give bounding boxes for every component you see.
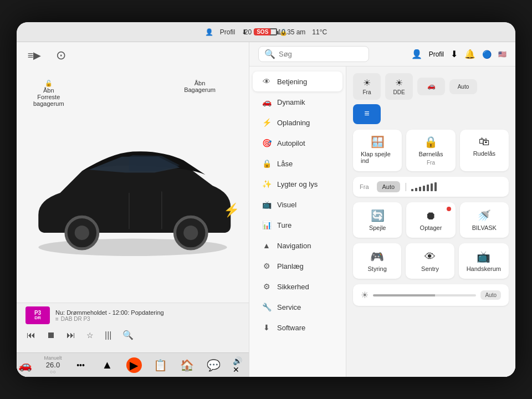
nav-item-opladning[interactable]: ⚡ Opladning <box>253 112 342 132</box>
light-car-btn[interactable]: 🚗 <box>417 78 445 95</box>
profile-label[interactable]: Profil <box>220 28 235 36</box>
front-trunk-label[interactable]: 🔓 ÅbnForrestebagagerum <box>33 80 64 107</box>
navigation-nav-icon: ▲ <box>262 241 272 250</box>
rear-trunk-label[interactable]: ÅbnBagagerum <box>184 80 216 93</box>
car-area: 🔓 ÅbnForrestebagagerum ÅbnBagagerum <box>17 69 249 303</box>
fan-dot-2 <box>415 188 417 191</box>
nav-item-visuel[interactable]: 📺 Visuel <box>253 195 342 214</box>
window-lock-card[interactable]: 🛍 Rudelås <box>460 130 509 171</box>
fan-dot-3 <box>419 187 421 191</box>
nav-item-dynamik[interactable]: 🚗 Dynamik <box>253 92 342 112</box>
nav-item-sikkerhed[interactable]: ⚙ Sikkerhed <box>253 277 342 296</box>
profile-label-search[interactable]: Profil <box>429 50 444 58</box>
car-taskbar-icon[interactable]: 🚗 <box>17 357 33 373</box>
visuel-label: Visuel <box>277 201 296 209</box>
bell-icon[interactable]: 🔔 <box>464 49 475 59</box>
glovebox-icon: 📺 <box>477 250 490 263</box>
manual-label: Manuelt <box>44 355 62 361</box>
taskbar: 🚗 Manuelt 26.0 ○○ ••• ▲ ▶ 📋 🏠 💬 🔊✕ <box>17 352 249 377</box>
nav-item-service[interactable]: 🔧 Service <box>253 297 342 317</box>
auto-badge[interactable]: Auto <box>480 290 501 300</box>
media-icon2[interactable]: 📋 <box>153 357 168 373</box>
nav-item-ture[interactable]: 📊 Ture <box>253 215 342 235</box>
bt-icon[interactable]: 🔵 <box>482 50 492 59</box>
light-auto-label: Auto <box>458 84 469 90</box>
media-text-block: Nu: Drømmeholdet - 12:00: Popdatering ≡ … <box>55 309 164 322</box>
mirrors-icon: 🔄 <box>371 209 385 222</box>
recorder-label: Optager <box>420 224 442 231</box>
service-icon: 🔧 <box>262 303 272 311</box>
planlaeg-icon: ⚙ <box>262 262 272 270</box>
child-lock-icon: 🔒 <box>424 135 438 149</box>
fold-mirrors-card[interactable]: 🪟 Klap spejle ind <box>353 130 402 171</box>
light-auto-btn[interactable]: Auto <box>449 79 477 94</box>
media-info: P3 DR Nu: Drømmeholdet - 12:00: Popdater… <box>25 306 240 324</box>
brightness-row: ☀ Auto <box>353 284 509 306</box>
glovebox-card[interactable]: 📺 Handskerum <box>459 243 509 279</box>
fan-dot-5 <box>427 185 429 191</box>
search-icons: 👤 Profil ⬇ 🔔 🔵 🇺🇸 <box>411 49 507 59</box>
source-icon: ≡ <box>55 316 59 322</box>
equalizer-button[interactable]: ||| <box>104 329 112 341</box>
tire-icon[interactable]: ⊙ <box>52 47 70 64</box>
brightness-icon: ☀ <box>361 290 369 300</box>
car-panel-icons: ≡▶ ⊙ <box>17 42 249 69</box>
light-dde-icon: ☀ <box>395 78 403 88</box>
nav-item-laase[interactable]: 🔒 Låse <box>253 154 342 173</box>
recorder-card[interactable]: ⏺ Optager <box>406 202 455 238</box>
next-button[interactable]: ⏭ <box>65 329 76 341</box>
prev-button[interactable]: ⏮ <box>25 329 37 341</box>
light-fra-btn[interactable]: ☀ Fra <box>353 73 381 100</box>
light-car-icon: 🚗 <box>427 82 436 90</box>
nav-item-betjening[interactable]: 👁 Betjening <box>253 71 342 91</box>
steering-card[interactable]: 🎮 Styring <box>353 243 401 279</box>
fan-divider: | <box>405 182 407 192</box>
media-controls: ⏮ ⏹ ⏭ ☆ ||| 🔍 <box>25 329 240 341</box>
sikkerhed-icon: ⚙ <box>262 282 272 291</box>
playlist-icon[interactable]: ≡▶ <box>25 47 43 64</box>
carwash-card[interactable]: 🚿 BILVASK <box>460 202 509 238</box>
sentry-label: Sentry <box>421 265 439 272</box>
svg-text:⚡: ⚡ <box>223 202 240 218</box>
source-label: DAB DR P3 <box>61 316 90 322</box>
mirrors-card[interactable]: 🔄 Spejle <box>353 202 402 238</box>
search-media-button[interactable]: 🔍 <box>121 329 135 341</box>
svg-point-2 <box>75 226 89 240</box>
music-icon[interactable]: ▶ <box>126 357 142 373</box>
front-trunk-text: ÅbnForrestebagagerum <box>33 87 64 107</box>
fan-auto-btn[interactable]: Auto <box>377 181 401 192</box>
search-bar: 🔍 👤 Profil ⬇ 🔔 🔵 🇺🇸 <box>249 42 515 66</box>
child-lock-label: Børnelås <box>418 151 443 157</box>
media-bar: P3 DR Nu: Drømmeholdet - 12:00: Popdater… <box>17 303 249 352</box>
search-input[interactable] <box>279 50 345 58</box>
sentry-card[interactable]: 👁 Sentry <box>406 243 454 279</box>
light-beam-btn[interactable]: ≡ <box>353 104 381 124</box>
download-icon-search[interactable]: ⬇ <box>451 49 458 59</box>
laase-icon: 🔒 <box>262 159 272 168</box>
nav-item-software[interactable]: ⬇ Software <box>253 318 342 337</box>
apps-icon[interactable]: ••• <box>73 357 89 373</box>
misc-card-row: 🔄 Spejle ⏺ Optager 🚿 BILVASK <box>353 202 509 238</box>
lygter-icon: ✨ <box>262 180 272 188</box>
nav-item-autopilot[interactable]: 🎯 Autopilot <box>253 133 342 153</box>
nav-item-navigation[interactable]: ▲ Navigation <box>253 236 342 255</box>
light-beam-icon: ≡ <box>364 109 369 119</box>
stop-button[interactable]: ⏹ <box>45 329 57 341</box>
brightness-slider[interactable] <box>373 294 476 296</box>
sentry-icon: 👁 <box>424 250 436 263</box>
home-icon[interactable]: 🏠 <box>180 357 195 373</box>
steering-label: Styring <box>368 265 387 272</box>
autopilot-icon: 🎯 <box>262 139 272 147</box>
child-lock-card[interactable]: 🔒 Børnelås Fra <box>406 130 455 171</box>
nav-item-lygter[interactable]: ✨ Lygter og lys <box>253 174 342 194</box>
ture-icon: 📊 <box>262 221 272 229</box>
betjening-icon: 👁 <box>262 77 272 86</box>
light-dde-btn[interactable]: ☀ DDE <box>385 73 413 100</box>
navigation-icon[interactable]: ▲ <box>100 357 115 373</box>
messages-icon[interactable]: 💬 <box>206 357 222 373</box>
favorite-button[interactable]: ☆ <box>85 330 95 341</box>
nav-item-planlaeg[interactable]: ⚙ Planlæg <box>253 256 342 276</box>
search-input-wrap[interactable]: 🔍 <box>258 46 369 62</box>
opladning-label: Opladning <box>277 119 310 127</box>
volume-icon[interactable]: 🔊✕ <box>233 357 248 373</box>
